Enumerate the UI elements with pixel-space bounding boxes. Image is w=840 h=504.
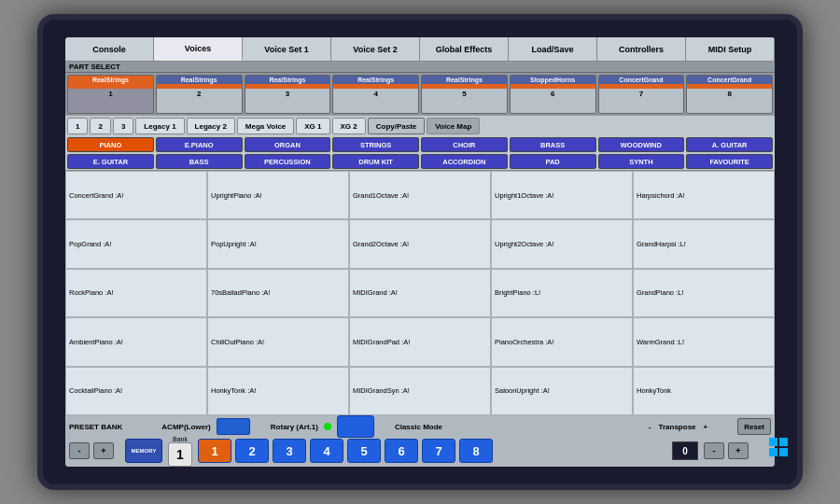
part-item-6[interactable]: StoppedHorns 6 <box>510 75 596 114</box>
voice-cell-3[interactable]: Upright1Octave :A! <box>491 171 633 219</box>
voice-cell-0[interactable]: ConcertGrand :A! <box>65 171 207 219</box>
voice-cell-6[interactable]: PopUpright :A! <box>207 219 349 268</box>
part-number-1: 1 <box>108 89 112 99</box>
preset-btn-2[interactable]: 2 <box>235 439 269 463</box>
voice-cell-4[interactable]: Harpsichord :A! <box>633 171 775 219</box>
voice-cat-favourite[interactable]: FAVOURITE <box>686 154 773 169</box>
preset-buttons: 12345678 <box>198 439 493 463</box>
plus-button[interactable]: + <box>93 442 114 459</box>
part-number-6: 6 <box>551 89 554 99</box>
sub-tab-legacy-1[interactable]: Legacy 1 <box>135 118 184 134</box>
bank-label: Bank <box>173 436 188 442</box>
preset-bank-label: PRESET BANK <box>69 423 122 431</box>
sub-tab-2[interactable]: 2 <box>90 118 110 134</box>
voice-cat-drum-kit[interactable]: DRUM KIT <box>332 154 419 169</box>
voice-cell-7[interactable]: Grand2Octave :A! <box>349 219 491 268</box>
sub-tab-row: 123Legacy 1Legacy 2Mega VoiceXG 1XG 2Cop… <box>65 116 775 136</box>
voice-cell-14[interactable]: GrandPiano :L! <box>633 269 775 317</box>
voice-cat-pad[interactable]: PAD <box>510 154 596 169</box>
memory-button[interactable]: MEMORY <box>125 439 162 463</box>
voice-cell-23[interactable]: SaloonUpright :A! <box>491 367 633 415</box>
voice-cat-synth[interactable]: SYNTH <box>598 154 685 169</box>
minus-button[interactable]: - <box>69 442 90 459</box>
voice-cat-brass[interactable]: BRASS <box>510 137 596 152</box>
rotary-label: Rotary (Art.1) <box>271 423 318 431</box>
voice-cat-bass[interactable]: BASS <box>156 154 243 169</box>
sub-tab-legacy-2[interactable]: Legacy 2 <box>187 118 235 134</box>
voice-cell-5[interactable]: PopGrand :A! <box>65 219 207 268</box>
transpose-down-btn[interactable]: - <box>704 442 724 459</box>
sub-tab-3[interactable]: 3 <box>113 118 133 134</box>
preset-btn-6[interactable]: 6 <box>385 439 418 463</box>
preset-btn-1[interactable]: 1 <box>198 439 231 463</box>
part-number-8: 8 <box>727 89 731 99</box>
voice-cell-11[interactable]: 70sBalladPiano :A! <box>207 269 349 317</box>
part-item-7[interactable]: ConcertGrand 7 <box>598 75 685 114</box>
voice-cat-choir[interactable]: CHOIR <box>421 137 508 152</box>
part-item-1[interactable]: RealStrings 1 <box>67 75 154 114</box>
nav-tab-global-effects[interactable]: Global Effects <box>420 37 509 61</box>
nav-tab-voices[interactable]: Voices <box>154 37 243 61</box>
sub-tab-copy-paste[interactable]: Copy/Paste <box>368 118 426 134</box>
voice-cell-13[interactable]: BrightPiano :L! <box>491 269 633 317</box>
nav-tab-voice-set-2[interactable]: Voice Set 2 <box>331 37 420 61</box>
rotary-btn[interactable] <box>337 415 374 438</box>
voice-cat-percussion[interactable]: PERCUSSION <box>245 154 331 169</box>
voice-cell-16[interactable]: ChillOutPiano :A! <box>207 317 349 366</box>
screen: ConsoleVoicesVoice Set 1Voice Set 2Globa… <box>65 37 775 467</box>
voice-cell-17[interactable]: MIDIGrandPad :A! <box>349 317 491 366</box>
part-item-2[interactable]: RealStrings 2 <box>156 75 243 114</box>
voice-cell-15[interactable]: AmbientPiano :A! <box>65 317 207 366</box>
voice-cat-piano[interactable]: PIANO <box>67 137 154 152</box>
part-number-2: 2 <box>197 89 201 99</box>
acmp-indicator <box>217 418 250 435</box>
transpose-up-btn[interactable]: + <box>728 442 749 459</box>
sub-tab-xg-2[interactable]: XG 2 <box>332 118 366 134</box>
voice-cat-row2: E. GUITARBASSPERCUSSIONDRUM KITACCORDION… <box>65 153 775 170</box>
sub-tab-1[interactable]: 1 <box>67 118 88 134</box>
sub-tab-voice-map[interactable]: Voice Map <box>427 118 480 134</box>
nav-tab-load/save[interactable]: Load/Save <box>509 37 597 61</box>
nav-tab-console[interactable]: Console <box>65 37 154 61</box>
nav-tabs: ConsoleVoicesVoice Set 1Voice Set 2Globa… <box>65 37 775 62</box>
voice-cell-12[interactable]: MIDIGrand :A! <box>349 269 491 317</box>
voice-cell-21[interactable]: HonkyTonk :A! <box>207 367 349 415</box>
voice-cat-organ[interactable]: ORGAN <box>245 137 331 152</box>
part-item-4[interactable]: RealStrings 4 <box>332 75 419 114</box>
sub-tab-xg-1[interactable]: XG 1 <box>296 118 329 134</box>
nav-tab-midi-setup[interactable]: MIDI Setup <box>686 37 775 61</box>
bottom-bar: PRESET BANK ACMP(Lower) Rotary (Art.1) C… <box>65 415 775 467</box>
voice-cat-strings[interactable]: STRINGS <box>332 137 419 152</box>
voice-cell-10[interactable]: RockPiano :A! <box>65 269 207 317</box>
voice-cell-2[interactable]: Grand1Octave :A! <box>349 171 491 219</box>
part-item-3[interactable]: RealStrings 3 <box>245 75 331 114</box>
part-number-4: 4 <box>373 89 377 99</box>
voice-cell-8[interactable]: Upright2Octave :A! <box>491 219 633 268</box>
transpose-label: Transpose <box>659 423 696 431</box>
voice-cell-22[interactable]: MIDIGrandSyn :A! <box>349 367 491 415</box>
voice-cell-20[interactable]: CocktailPiano :A! <box>65 367 207 415</box>
part-item-8[interactable]: ConcertGrand 8 <box>686 75 773 114</box>
voice-cell-9[interactable]: GrandHarpsi :L! <box>633 219 775 268</box>
nav-tab-voice-set-1[interactable]: Voice Set 1 <box>243 37 331 61</box>
preset-btn-7[interactable]: 7 <box>422 439 455 463</box>
voice-cell-24[interactable]: HonkyTonk <box>633 367 775 415</box>
voice-cat-woodwind[interactable]: WOODWIND <box>598 137 685 152</box>
voice-cat-accordion[interactable]: ACCORDION <box>421 154 508 169</box>
preset-btn-3[interactable]: 3 <box>273 439 306 463</box>
preset-btn-8[interactable]: 8 <box>459 439 493 463</box>
sub-tab-mega-voice[interactable]: Mega Voice <box>237 118 294 134</box>
voice-cell-19[interactable]: WarmGrand :L! <box>633 317 775 366</box>
part-name-2: RealStrings <box>157 76 242 84</box>
preset-btn-5[interactable]: 5 <box>347 439 381 463</box>
reset-button[interactable]: Reset <box>737 418 771 435</box>
voice-cat-e-piano[interactable]: E.PIANO <box>156 137 243 152</box>
bank-number: 1 <box>168 442 192 467</box>
part-item-5[interactable]: RealStrings 5 <box>421 75 508 114</box>
nav-tab-controllers[interactable]: Controllers <box>597 37 686 61</box>
voice-cell-18[interactable]: PianoOrchestra :A! <box>491 317 633 366</box>
voice-cell-1[interactable]: UprightPiano :A! <box>207 171 349 219</box>
voice-cat-a-guitar[interactable]: A. GUITAR <box>686 137 773 152</box>
voice-cat-e-guitar[interactable]: E. GUITAR <box>67 154 154 169</box>
preset-btn-4[interactable]: 4 <box>310 439 343 463</box>
